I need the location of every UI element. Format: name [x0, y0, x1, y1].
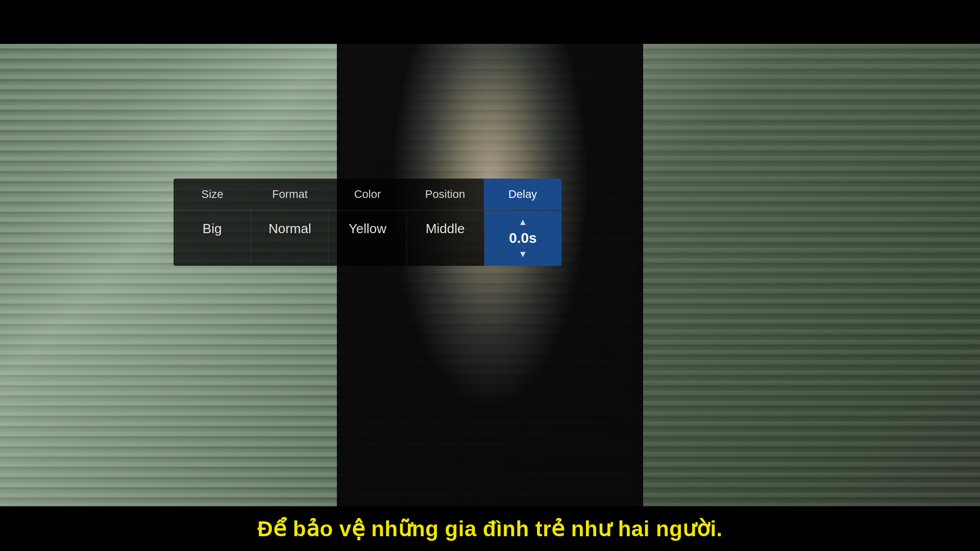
format-value: Normal: [268, 221, 311, 236]
subtitle-text: Để bảo vệ những gia đình trẻ như hai ngư…: [257, 516, 722, 541]
position-value: Middle: [426, 221, 465, 236]
format-label: Format: [272, 188, 308, 201]
value-size[interactable]: Big: [174, 211, 251, 266]
value-format[interactable]: Normal: [251, 211, 329, 266]
header-size[interactable]: Size: [174, 179, 251, 210]
size-value: Big: [203, 221, 222, 236]
value-position[interactable]: Middle: [407, 211, 484, 266]
video-container: Size Format Color Position Delay Big Nor…: [0, 0, 980, 551]
subtitle-bar: Để bảo vệ những gia đình trẻ như hai ngư…: [0, 506, 980, 551]
value-color[interactable]: Yellow: [329, 211, 406, 266]
header-position[interactable]: Position: [406, 179, 484, 210]
settings-panel: Size Format Color Position Delay Big Nor…: [174, 179, 561, 266]
size-label: Size: [202, 188, 224, 201]
header-delay[interactable]: Delay: [484, 179, 561, 210]
delay-value: 0.0s: [509, 230, 537, 247]
value-delay[interactable]: ▲ 0.0s ▼: [484, 211, 561, 266]
settings-values-row: Big Normal Yellow Middle ▲ 0.0s ▼: [174, 211, 561, 266]
delay-down-button[interactable]: ▼: [514, 247, 532, 262]
color-label: Color: [354, 188, 381, 201]
delay-up-button[interactable]: ▲: [514, 215, 532, 230]
settings-header: Size Format Color Position Delay: [174, 179, 561, 211]
header-color[interactable]: Color: [329, 179, 406, 210]
position-label: Position: [425, 188, 465, 201]
header-format[interactable]: Format: [251, 179, 329, 210]
letterbox-overlay: [0, 0, 980, 551]
color-value: Yellow: [349, 221, 386, 236]
delay-label: Delay: [508, 188, 537, 201]
